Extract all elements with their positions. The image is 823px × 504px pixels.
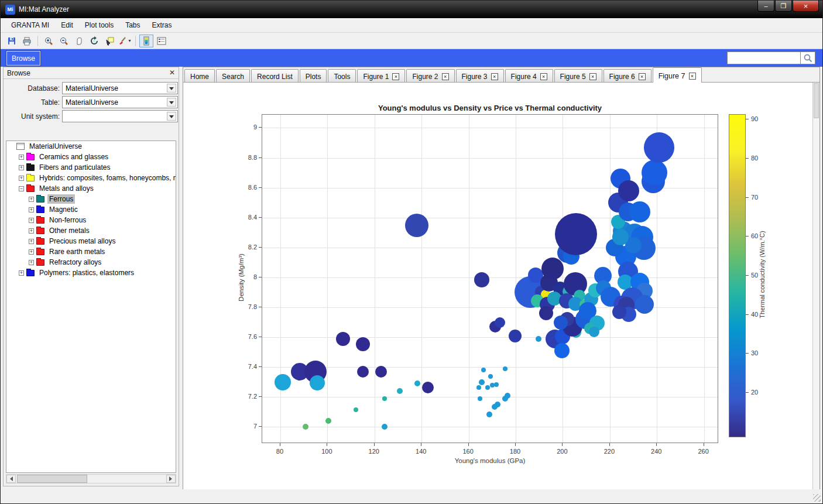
colorbar-toggle-button[interactable] [139,35,153,47]
tree-item-label[interactable]: Rare earth metals [47,247,107,256]
tree-item-non-ferrous[interactable]: +Non-ferrous [6,215,176,225]
tree-item-rare[interactable]: +Rare earth metals [6,246,176,257]
data-cursor-button[interactable] [102,35,116,47]
expand-plus-icon[interactable]: + [29,218,34,223]
tab-figure-4[interactable]: Figure 4× [505,69,553,82]
figure-7-canvas[interactable]: Young's modulus vs Density vs Price vs T… [183,83,813,490]
tab-close-icon[interactable]: × [639,73,646,80]
combo-database-[interactable]: MaterialUniverse [62,82,178,94]
tab-close-icon[interactable]: × [540,73,547,80]
combo-unit-system-[interactable] [62,110,178,122]
tree-item-label[interactable]: Metals and alloys [37,184,95,193]
tree-item-label[interactable]: Other metals [47,226,91,235]
tree-item-precious[interactable]: +Precious metal alloys [6,236,176,246]
resize-grip[interactable] [813,494,821,502]
expand-plus-icon[interactable]: + [29,197,34,202]
tab-close-icon[interactable]: × [491,73,498,80]
panel-close-icon[interactable]: ✕ [169,68,175,77]
tab-close-icon[interactable]: × [442,73,449,80]
expand-plus-icon[interactable]: + [19,155,24,160]
x-tick [609,443,610,446]
tab-close-icon[interactable]: × [689,73,696,80]
browse-button[interactable]: Browse [6,51,40,66]
legend-toggle-button[interactable] [155,35,169,47]
scrollbar-thumb[interactable] [17,475,87,483]
tree-item-label[interactable]: Fibers and particulates [37,163,112,172]
minimize-button[interactable]: – [757,1,774,12]
expand-plus-icon[interactable]: + [29,228,34,234]
scrollbar-thumb[interactable] [814,83,819,118]
tab-record-list[interactable]: Record List [251,69,299,82]
zoom-out-button[interactable] [57,35,71,47]
tree-item-metals[interactable]: −Metals and alloys [6,183,176,194]
expand-plus-icon[interactable]: + [29,249,34,255]
combo-table-[interactable]: MaterialUniverse [62,96,178,108]
expand-plus-icon[interactable]: + [19,176,24,181]
menu-item-extras[interactable]: Extras [146,19,178,31]
data-bubble [275,374,291,390]
field-row: Unit system: [4,110,179,123]
expand-plus-icon[interactable]: + [19,165,24,170]
menu-item-plot-tools[interactable]: Plot tools [79,19,119,31]
expand-plus-icon[interactable]: + [19,270,24,276]
tree-item-label[interactable]: Polymers: plastics, elastomers [37,268,136,277]
tree-item-ceramics[interactable]: +Ceramics and glasses [6,152,176,162]
print-button[interactable] [20,35,34,47]
tree-item-materialuniverse[interactable]: MaterialUniverse [6,141,176,152]
tree-item-label[interactable]: Non-ferrous [47,215,88,225]
brush-button[interactable]: ▾ [118,35,132,47]
tab-figure-5[interactable]: Figure 5× [554,69,602,82]
brush-dropdown-caret[interactable]: ▾ [128,38,131,43]
chevron-down-icon[interactable] [167,112,176,121]
tree-item-polymers[interactable]: +Polymers: plastics, elastomers [6,268,176,278]
search-input[interactable] [727,52,800,64]
tab-plots[interactable]: Plots [300,69,327,82]
tree-item-ferrous[interactable]: +Ferrous [6,194,176,204]
tab-figure-3[interactable]: Figure 3× [456,69,504,82]
maximize-button[interactable]: ❐ [775,1,792,12]
save-button[interactable] [5,35,19,47]
zoom-in-button[interactable] [42,35,56,47]
title-bar: Mi MI:Mat Analyzer – ❐ × [1,1,822,18]
figure-vertical-scrollbar[interactable] [812,83,819,490]
tab-close-icon[interactable]: × [589,73,596,80]
scroll-right-arrow[interactable] [166,475,176,483]
tab-figure-2[interactable]: Figure 2× [406,69,454,82]
tree-item-fibers[interactable]: +Fibers and particulates [6,162,176,173]
tab-search[interactable]: Search [216,69,250,82]
folder-icon [36,238,44,245]
tree-item-label[interactable]: Precious metal alloys [47,236,117,246]
tab-figure-7[interactable]: Figure 7× [653,67,702,83]
collapse-minus-icon[interactable]: − [19,186,24,191]
chevron-down-icon[interactable] [167,98,176,107]
tree-item-label[interactable]: Refractory alloys [47,258,103,267]
menu-item-edit[interactable]: Edit [55,19,79,31]
tree-item-label[interactable]: Magnetic [47,205,80,214]
tree-item-magnetic[interactable]: +Magnetic [6,204,176,215]
close-button[interactable]: × [793,1,819,12]
menu-item-tabs[interactable]: Tabs [119,19,146,31]
search-button[interactable] [800,52,815,64]
chevron-down-icon[interactable] [167,84,176,92]
tab-figure-6[interactable]: Figure 6× [603,69,651,82]
expand-plus-icon[interactable]: + [29,207,34,212]
menu-item-granta-mi[interactable]: GRANTA MI [5,19,55,31]
tree-item-other[interactable]: +Other metals [6,225,176,236]
tree-item-label[interactable]: Hybrids: composites, foams, honeycombs, … [37,173,176,183]
tree-item-label[interactable]: Ceramics and glasses [37,152,110,162]
rotate-3d-button[interactable] [87,35,101,47]
tree-item-refractory[interactable]: +Refractory alloys [6,257,176,268]
tree-item-label[interactable]: MaterialUniverse [28,142,84,151]
tree-item-label[interactable]: Ferrous [47,194,75,204]
expand-plus-icon[interactable]: + [29,260,34,265]
tree-horizontal-scrollbar[interactable] [6,474,176,484]
pan-button[interactable] [72,35,86,47]
field-label: Database: [4,84,60,92]
tab-home[interactable]: Home [184,69,215,82]
tab-tools[interactable]: Tools [328,69,356,82]
tree-item-hybrids[interactable]: +Hybrids: composites, foams, honeycombs,… [6,173,176,183]
tab-close-icon[interactable]: × [392,73,399,80]
tab-figure-1[interactable]: Figure 1× [357,69,405,82]
scroll-left-arrow[interactable] [6,475,16,483]
expand-plus-icon[interactable]: + [29,239,34,244]
